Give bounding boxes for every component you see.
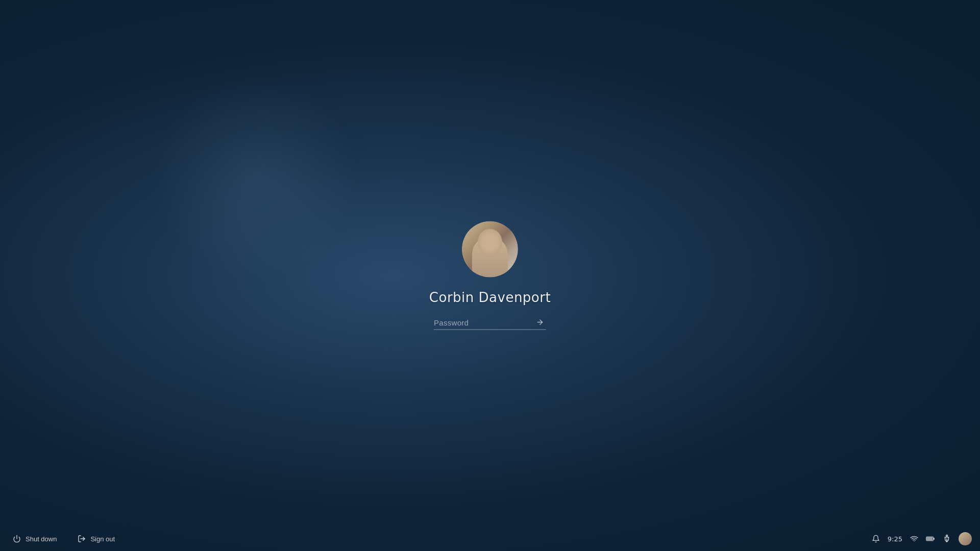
bottom-right-status: 9:25 <box>871 532 972 545</box>
wifi-icon[interactable] <box>910 534 919 543</box>
signout-button[interactable]: Sign out <box>73 532 119 545</box>
password-input[interactable] <box>434 318 532 327</box>
shutdown-label: Shut down <box>26 535 57 543</box>
avatar <box>462 221 518 278</box>
battery-icon[interactable] <box>926 534 935 543</box>
notification-bell-icon[interactable] <box>871 534 880 543</box>
accessibility-icon[interactable] <box>942 534 951 543</box>
username-label: Corbin Davenport <box>429 290 551 305</box>
svg-rect-6 <box>926 537 933 540</box>
bottom-left-actions: Shut down Sign out <box>8 532 119 545</box>
bottom-bar: Shut down Sign out 9:25 <box>0 527 980 551</box>
submit-button[interactable] <box>534 317 546 328</box>
arrow-icon <box>536 318 544 327</box>
power-icon <box>12 534 21 543</box>
user-avatar-thumbnail[interactable] <box>959 532 972 545</box>
avatar-image <box>462 221 518 278</box>
signout-icon <box>77 534 86 543</box>
clock: 9:25 <box>888 535 902 543</box>
svg-rect-5 <box>934 538 935 540</box>
svg-point-7 <box>946 535 948 537</box>
login-panel: Corbin Davenport <box>429 221 551 330</box>
password-row <box>434 317 546 330</box>
signout-label: Sign out <box>90 535 115 543</box>
shutdown-button[interactable]: Shut down <box>8 532 61 545</box>
